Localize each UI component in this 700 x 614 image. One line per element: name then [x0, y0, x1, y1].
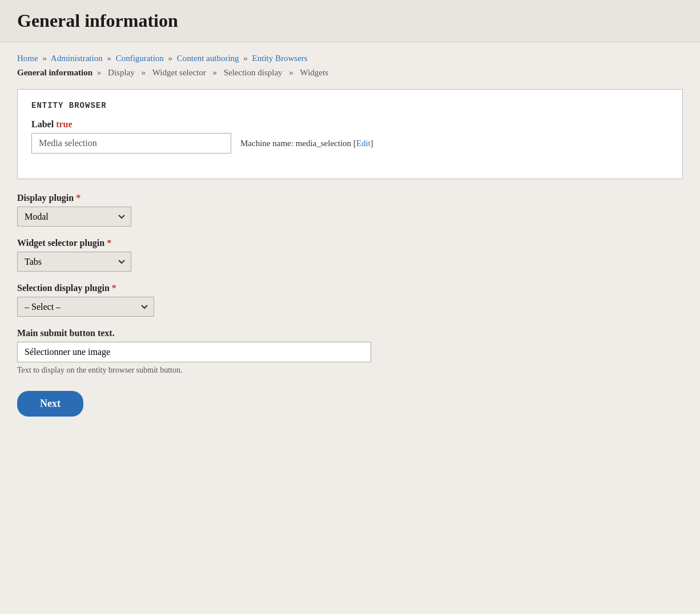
display-plugin-required: * — [76, 193, 81, 203]
selection-display-plugin-label: Selection display plugin * — [17, 283, 683, 293]
entity-browser-section-title: ENTITY BROWSER — [31, 101, 669, 110]
trail-sep-3: » — [212, 68, 219, 77]
widget-selector-plugin-required: * — [107, 238, 111, 248]
breadcrumb-content-authoring[interactable]: Content authoring — [177, 54, 239, 63]
display-plugin-group: Display plugin * Modal iFrame Inline — [17, 193, 683, 227]
main-submit-label: Main submit button text. — [17, 328, 683, 338]
label-input[interactable] — [31, 133, 231, 154]
machine-name-suffix: ] — [371, 139, 373, 148]
breadcrumb-administration[interactable]: Administration — [51, 54, 103, 63]
breadcrumb-sep-4: » — [243, 54, 248, 63]
machine-name-prefix: Machine name: media_selection [ — [240, 139, 356, 148]
trail-widgets: Widgets — [300, 68, 328, 77]
breadcrumb-entity-browsers[interactable]: Entity Browsers — [252, 54, 308, 63]
label-field-group: Label true Machine name: media_selection… — [31, 119, 669, 154]
next-button[interactable]: Next — [17, 391, 83, 417]
main-submit-label-text: Main submit button text. — [17, 328, 115, 338]
trail-sep-2: » — [142, 68, 148, 77]
widget-selector-plugin-label: Widget selector plugin * — [17, 238, 683, 248]
main-submit-input[interactable] — [17, 342, 371, 362]
trail: General information » Display » Widget s… — [17, 68, 683, 78]
selection-display-plugin-label-text: Selection display plugin — [17, 283, 110, 293]
selection-display-plugin-required: * — [112, 283, 116, 293]
main-submit-group: Main submit button text. Text to display… — [17, 328, 683, 375]
breadcrumb-sep-3: » — [168, 54, 173, 63]
trail-selection-display: Selection display — [224, 68, 283, 77]
display-plugin-label-text: Display plugin — [17, 193, 74, 203]
trail-sep-1: » — [97, 68, 103, 77]
widget-selector-plugin-label-text: Widget selector plugin — [17, 238, 104, 248]
breadcrumb-sep-2: » — [107, 54, 111, 63]
trail-display: Display — [108, 68, 135, 77]
widget-selector-plugin-group: Widget selector plugin * Tabs Single — [17, 238, 683, 272]
page-content: Home » Administration » Configuration » … — [0, 42, 700, 428]
display-plugin-select[interactable]: Modal iFrame Inline — [17, 207, 131, 227]
breadcrumb-home[interactable]: Home — [17, 54, 38, 63]
display-plugin-label: Display plugin * — [17, 193, 683, 203]
breadcrumb-sep-1: » — [42, 54, 47, 63]
page-header: General information — [0, 0, 700, 42]
trail-sep-4: » — [289, 68, 295, 77]
widget-selector-plugin-select[interactable]: Tabs Single — [17, 252, 131, 272]
page-title: General information — [17, 10, 683, 31]
label-row: Machine name: media_selection [Edit] — [31, 133, 669, 154]
main-submit-description: Text to display on the entity browser su… — [17, 366, 683, 375]
entity-browser-box: ENTITY BROWSER Label true Machine name: … — [17, 89, 683, 179]
trail-widget-selector: Widget selector — [152, 68, 206, 77]
label-required-marker: true — [56, 119, 72, 130]
label-field-label-text: Label — [31, 119, 54, 130]
machine-name-edit-link[interactable]: Edit — [356, 139, 371, 148]
breadcrumb-configuration[interactable]: Configuration — [116, 54, 164, 63]
breadcrumb: Home » Administration » Configuration » … — [17, 54, 683, 63]
selection-display-plugin-group: Selection display plugin * – Select – No… — [17, 283, 683, 317]
machine-name: Machine name: media_selection [Edit] — [240, 139, 373, 148]
trail-general-information: General information — [17, 68, 92, 77]
selection-display-plugin-select[interactable]: – Select – No selection display View — [17, 297, 154, 317]
label-field-label: Label true — [31, 119, 669, 130]
